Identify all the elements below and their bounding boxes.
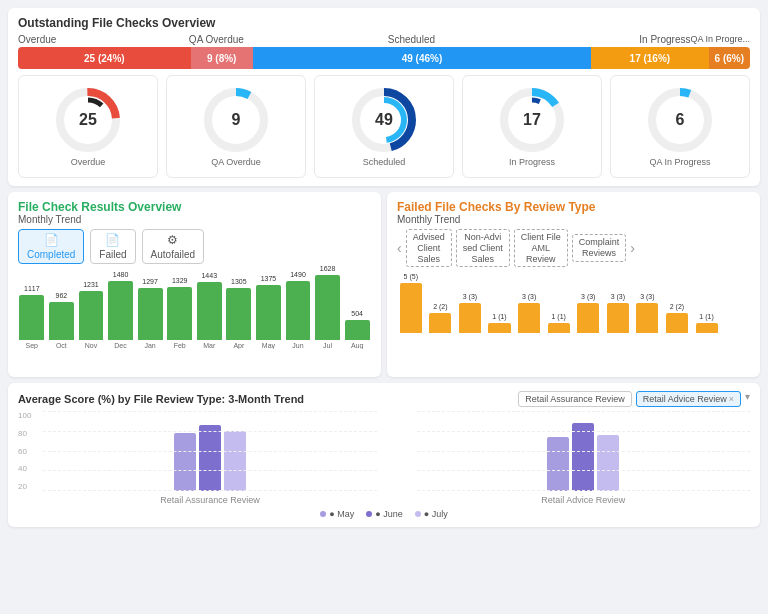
bar-Apr <box>226 288 251 340</box>
bar-value-May: 1375 <box>261 275 277 285</box>
donut-number-overdue: 25 <box>79 111 97 129</box>
donut-label-qa-overdue: QA Overdue <box>211 157 261 167</box>
bar-group-Jan: 1297 <box>136 278 164 340</box>
donut-number-scheduled: 49 <box>375 111 393 129</box>
orange-bar-group-0: 5 (5) <box>397 273 425 333</box>
file-check-results-subtitle: Monthly Trend <box>18 214 371 225</box>
donut-card-in-progress: 17 In Progress <box>462 75 602 178</box>
cat-tab-aml[interactable]: Client FileAMLReview <box>514 229 568 267</box>
filter-buttons: 📄 Completed 📄 Failed ⚙ Autofailed <box>18 229 371 264</box>
advice-review-chart: Retail Advice Review <box>417 411 750 505</box>
legend-label-may: ● May <box>329 509 354 519</box>
bar-group-Dec: 1480 <box>107 271 135 340</box>
donut-label-qa-in-progress: QA In Progress <box>649 157 710 167</box>
donut-center-qa-in-progress: 6 <box>676 111 685 129</box>
avg-score-title: Average Score (%) by File Review Type: 3… <box>18 393 304 405</box>
bar-group-Jun: 1490 <box>284 271 312 340</box>
y-label-20: 20 <box>18 482 31 491</box>
orange-bar-9 <box>666 313 688 333</box>
pb-qa-inprog: 6 (6%) <box>709 47 750 69</box>
cat-tab-advised[interactable]: AdvisedClientSales <box>406 229 452 267</box>
assurance-review-chart: Retail Assurance Review <box>43 411 376 505</box>
orange-bar-8 <box>636 303 658 333</box>
avg-score-header: Average Score (%) by File Review Type: 3… <box>18 391 750 407</box>
bar-Dec <box>108 281 133 340</box>
assurance-chart-label: Retail Assurance Review <box>43 495 376 505</box>
orange-bar-group-8: 3 (3) <box>634 293 662 333</box>
filter-completed[interactable]: 📄 Completed <box>18 229 84 264</box>
orange-bar-group-3: 1 (1) <box>486 313 514 333</box>
failed-icon: 📄 <box>99 233 126 247</box>
pb-in-progress: 17 (16%) <box>591 47 708 69</box>
orange-bar-group-10: 1 (1) <box>693 313 721 333</box>
month-label-May: May <box>255 342 283 349</box>
donut-center-qa-overdue: 9 <box>232 111 241 129</box>
y-label-40: 40 <box>18 464 31 473</box>
orange-bar-value-8: 3 (3) <box>640 293 654 303</box>
orange-bar-7 <box>607 303 629 333</box>
orange-bar-6 <box>577 303 599 333</box>
chart-spacer <box>387 411 407 505</box>
bar-Jun <box>286 281 311 340</box>
orange-bar-group-6: 3 (3) <box>574 293 602 333</box>
assurance-bar-june <box>199 425 221 491</box>
month-label-Aug: Aug <box>343 342 371 349</box>
legend-june: ● June <box>366 509 402 519</box>
legend-dot-june <box>366 511 372 517</box>
middle-section: File Check Results Overview Monthly Tren… <box>8 192 760 377</box>
prev-arrow[interactable]: ‹ <box>397 240 402 256</box>
donut-center-in-progress: 17 <box>523 111 541 129</box>
avg-score-section: Average Score (%) by File Review Type: 3… <box>8 383 760 527</box>
review-tag-advice[interactable]: Retail Advice Review × <box>636 391 741 407</box>
pb-qa-overdue: 9 (8%) <box>191 47 253 69</box>
orange-bar-group-9: 2 (2) <box>663 303 691 333</box>
donut-card-overdue: 25 Overdue <box>18 75 158 178</box>
legend-may: ● May <box>320 509 354 519</box>
bar-Jul <box>315 275 340 340</box>
filter-completed-label: Completed <box>27 249 75 260</box>
cat-tab-complaint[interactable]: ComplaintReviews <box>572 234 627 262</box>
donut-number-qa-overdue: 9 <box>232 111 241 129</box>
bar-chart-container: 1117962123114801297132914431305137514901… <box>18 270 371 369</box>
orange-bar-group-1: 2 (2) <box>427 303 455 333</box>
bar-value-Oct: 962 <box>56 292 68 302</box>
assurance-bar-may <box>174 433 196 491</box>
category-tabs: ‹ AdvisedClientSales Non-Advised ClientS… <box>397 229 750 267</box>
filter-autofailed[interactable]: ⚙ Autofailed <box>142 229 204 264</box>
month-label-Dec: Dec <box>107 342 135 349</box>
orange-bar-chart-container: 5 (5)2 (2)3 (3)1 (1)3 (3)1 (1)3 (3)3 (3)… <box>397 273 750 353</box>
review-tag-assurance[interactable]: Retail Assurance Review <box>518 391 632 407</box>
y-axis-labels: 100 80 60 40 20 <box>18 411 33 491</box>
orange-bar-group-7: 3 (3) <box>604 293 632 333</box>
bar-group-Aug: 504 <box>343 310 371 340</box>
avg-score-charts: 100 80 60 40 20 <box>18 411 750 505</box>
pb-overdue: 25 (24%) <box>18 47 191 69</box>
advice-bars <box>417 411 750 491</box>
donut-number-qa-in-progress: 6 <box>676 111 685 129</box>
orange-bar-group-5: 1 (1) <box>545 313 573 333</box>
failed-file-checks-panel: Failed File Checks By Review Type Monthl… <box>387 192 760 377</box>
bar-value-Feb: 1329 <box>172 277 188 287</box>
legend-dot-july <box>415 511 421 517</box>
orange-bar-value-4: 3 (3) <box>522 293 536 303</box>
completed-icon: 📄 <box>27 233 75 247</box>
orange-bar-2 <box>459 303 481 333</box>
bar-group-Mar: 1443 <box>195 272 223 340</box>
file-check-results-title: File Check Results Overview <box>18 200 371 214</box>
bar-value-Dec: 1480 <box>113 271 129 281</box>
advice-bar-july <box>597 435 619 491</box>
y-label-60: 60 <box>18 447 31 456</box>
failed-checks-title: Failed File Checks By Review Type <box>397 200 750 214</box>
pb-scheduled: 49 (46%) <box>253 47 591 69</box>
bar-group-Oct: 962 <box>48 292 76 340</box>
orange-bar-value-9: 2 (2) <box>670 303 684 313</box>
donut-qa-overdue: 9 <box>202 86 270 154</box>
filter-autofailed-label: Autofailed <box>151 249 195 260</box>
cat-tab-non-advised[interactable]: Non-Advised ClientSales <box>456 229 510 267</box>
filter-failed[interactable]: 📄 Failed <box>90 229 135 264</box>
bar-value-Aug: 504 <box>351 310 363 320</box>
dropdown-arrow-icon[interactable]: ▾ <box>745 391 750 407</box>
review-tag-close-icon[interactable]: × <box>729 394 734 404</box>
bar-Sep <box>19 295 44 340</box>
next-arrow[interactable]: › <box>630 240 635 256</box>
